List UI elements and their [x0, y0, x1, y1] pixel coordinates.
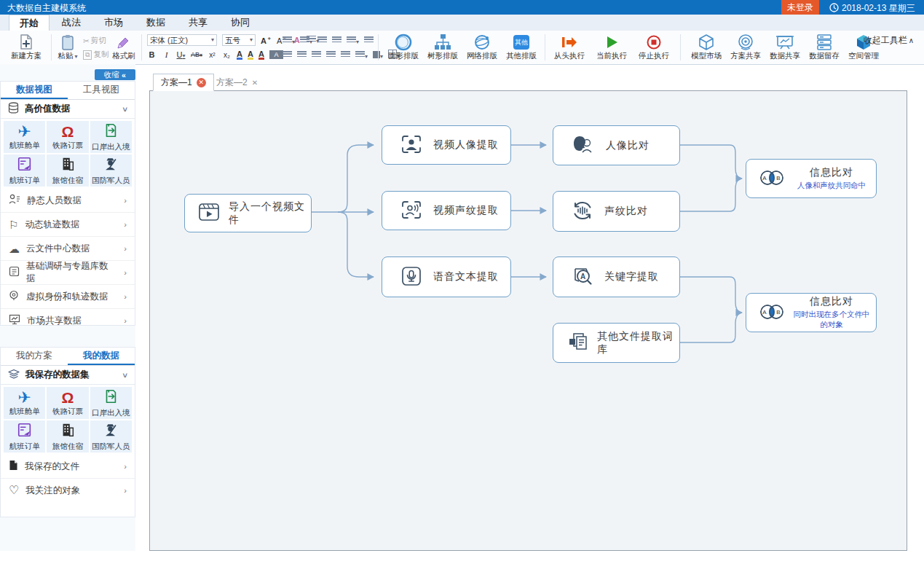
- underline-button[interactable]: U▾: [176, 50, 186, 59]
- dataset-hotel-stay[interactable]: 旅馆住宿: [47, 154, 88, 187]
- dataset-hotel-stay[interactable]: 旅馆住宿: [47, 420, 88, 453]
- chevron-right-icon: ›: [124, 244, 127, 253]
- dataset-military-personnel[interactable]: 国防军人员: [90, 420, 132, 453]
- node-video-face-extract[interactable]: 视频人像提取: [382, 125, 511, 165]
- close-tab-icon[interactable]: ✕: [197, 78, 206, 87]
- dataset-railway-ticket[interactable]: Ω 铁路订票: [47, 121, 88, 153]
- char-border-button[interactable]: A: [258, 50, 264, 60]
- doc-tab-plan-2[interactable]: 方案—2 ✕: [209, 74, 265, 91]
- node-other-files-lexicon[interactable]: 其他文件提取词库: [553, 323, 680, 363]
- node-keyword-extract[interactable]: A 关键字提取: [553, 256, 680, 297]
- category-research-thematic[interactable]: 基础调研与专题库数据›: [1, 261, 135, 285]
- subscript-button[interactable]: x₂: [222, 51, 232, 59]
- chevron-down-icon: ˅: [123, 105, 127, 114]
- align-center-button[interactable]: [297, 48, 307, 61]
- new-document-icon: [17, 34, 35, 51]
- file-icon: [9, 460, 18, 473]
- node-voiceprint-compare[interactable]: 声纹比对: [553, 191, 680, 232]
- other-layout-button[interactable]: 其他 其他排版: [502, 32, 540, 63]
- tab-my-plans[interactable]: 我的方案: [1, 348, 68, 365]
- doc-tab-plan-1[interactable]: 方案—1 ✕: [153, 74, 214, 91]
- category-market-shared[interactable]: 市场共享数据›: [1, 309, 135, 332]
- tab-data-view[interactable]: 数据视图: [1, 82, 68, 99]
- flow-canvas[interactable]: 导入一个视频文件 视频人像提取: [149, 90, 907, 551]
- category-virtual-identity[interactable]: 虚拟身份和轨迹数据›: [1, 285, 135, 309]
- login-status-badge[interactable]: 未登录: [781, 0, 819, 15]
- increase-indent-button[interactable]: [332, 34, 341, 47]
- category-dynamic-trajectory[interactable]: ⚐ 动态轨迹数据›: [1, 213, 135, 237]
- copy-button[interactable]: ⧉复制: [83, 50, 108, 60]
- font-size-select[interactable]: 五号▾: [222, 34, 256, 46]
- grow-font-button[interactable]: A＋: [261, 35, 272, 45]
- strikethrough-button[interactable]: AB▾: [191, 51, 202, 58]
- justify-button[interactable]: [326, 48, 336, 61]
- decrease-indent-button[interactable]: [317, 34, 327, 47]
- my-saved-files[interactable]: 我保存的文件›: [1, 455, 135, 479]
- menu-tab-share[interactable]: 共享: [178, 15, 218, 31]
- superscript-button[interactable]: x²: [208, 51, 217, 59]
- saved-datasets-header[interactable]: 我保存的数据集 ˅: [1, 366, 135, 385]
- sidebar-collapse-button[interactable]: 收缩«: [95, 69, 135, 80]
- highlight-button[interactable]: A: [248, 50, 253, 60]
- collapse-toolbar-button[interactable]: 收起工具栏∧: [864, 34, 914, 47]
- data-retain-button[interactable]: 数据留存: [805, 32, 843, 63]
- node-import-video[interactable]: 导入一个视频文件: [184, 194, 312, 232]
- node-face-compare[interactable]: 人像比对: [553, 125, 680, 165]
- dataset-flight-manifest[interactable]: ✈ 航班舱单: [4, 387, 45, 419]
- menu-tab-data[interactable]: 数据: [135, 15, 176, 31]
- high-value-data-header[interactable]: 高价值数据 ˅: [1, 100, 135, 119]
- database-icon: [8, 102, 19, 116]
- dataset-flight-order[interactable]: 航班订单: [4, 420, 45, 453]
- cut-button[interactable]: ✂剪切: [83, 36, 106, 46]
- dataset-border-entry-exit[interactable]: 口岸出入境: [90, 121, 132, 153]
- circle-layout-button[interactable]: 圆形排版: [384, 32, 422, 63]
- tab-tool-view[interactable]: 工具视图: [68, 82, 135, 99]
- tree-layout-button[interactable]: 树形排版: [424, 32, 462, 63]
- align-right-button[interactable]: [312, 48, 321, 61]
- dataset-border-entry-exit[interactable]: 口岸出入境: [90, 387, 132, 419]
- dataset-military-personnel[interactable]: 国防军人员: [90, 154, 132, 187]
- dataset-flight-order[interactable]: 航班订单: [4, 154, 45, 187]
- layers-icon: [8, 369, 20, 382]
- node-video-voiceprint-extract[interactable]: 视频声纹提取: [382, 191, 511, 230]
- node-info-compare-2[interactable]: A B 信息比对 同时出现在多个文件中的对象: [746, 293, 877, 332]
- show-marks-button[interactable]: [364, 34, 374, 47]
- tab-my-data[interactable]: 我的数据: [68, 348, 135, 365]
- bold-button[interactable]: B: [147, 50, 157, 59]
- node-speech-text-extract[interactable]: 语音文本提取: [382, 256, 511, 297]
- new-plan-button[interactable]: 新建方案: [6, 32, 47, 63]
- bullet-list-button[interactable]: ▾: [283, 34, 295, 47]
- numbered-list-button[interactable]: ▾: [300, 34, 312, 47]
- align-left-button[interactable]: [283, 48, 292, 61]
- category-static-personnel[interactable]: 静态人员数据›: [1, 189, 135, 213]
- category-cloud-file-center[interactable]: ☁ 云文件中心数据›: [1, 237, 135, 261]
- target-icon: [737, 34, 754, 51]
- line-spacing-button[interactable]: ▾: [355, 48, 368, 61]
- menu-tab-collab[interactable]: 协同: [220, 15, 261, 31]
- my-followed-objects[interactable]: ♡ 我关注的对象›: [1, 479, 135, 502]
- stop-button[interactable]: 停止执行: [635, 32, 673, 63]
- node-info-compare-1[interactable]: A B 信息比对 人像和声纹共同命中: [746, 159, 877, 198]
- network-layout-button[interactable]: 网络排版: [463, 32, 501, 63]
- format-painter-button[interactable]: 格式刷: [109, 32, 138, 63]
- dataset-railway-ticket[interactable]: Ω 铁路订票: [47, 387, 88, 419]
- italic-button[interactable]: I: [162, 50, 171, 59]
- menu-tab-market[interactable]: 市场: [93, 15, 134, 31]
- paste-button[interactable]: 粘贴 ▾: [55, 32, 80, 63]
- menu-tab-start[interactable]: 开始: [9, 15, 50, 31]
- font-family-select[interactable]: 宋体 (正文)▾: [147, 34, 217, 46]
- model-market-button[interactable]: 模型市场: [687, 32, 725, 63]
- dataset-flight-manifest[interactable]: ✈ 航班舱单: [4, 121, 45, 153]
- plan-share-button[interactable]: 方案共享: [727, 32, 765, 63]
- close-tab-icon[interactable]: ✕: [252, 79, 258, 87]
- titlebar: 大数据自主建模系统 未登录 2018-02-13 星期三 14:00: [0, 0, 924, 15]
- run-current-button[interactable]: 当前执行: [593, 32, 631, 63]
- menu-tab-tactics[interactable]: 战法: [51, 15, 92, 31]
- distribute-button[interactable]: [341, 48, 350, 61]
- sort-button[interactable]: ▾: [347, 34, 359, 47]
- data-share-button[interactable]: 数据共享: [766, 32, 804, 63]
- run-from-start-button[interactable]: 从头执行: [550, 32, 588, 63]
- char-shading-button[interactable]: A: [269, 50, 283, 59]
- font-color-button[interactable]: A: [237, 50, 242, 60]
- circle-layout-icon: [394, 34, 413, 51]
